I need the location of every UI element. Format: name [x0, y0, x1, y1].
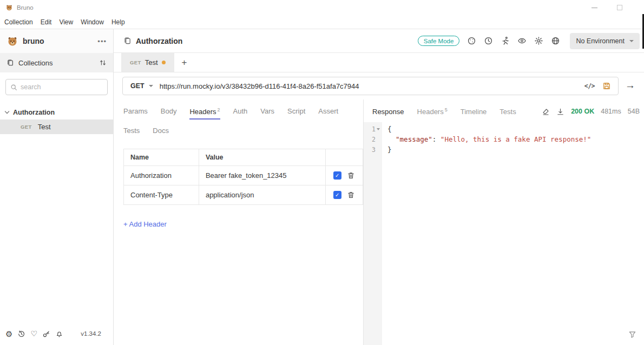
line-number: 2	[368, 136, 376, 143]
response-size: 54B	[628, 108, 640, 115]
headers-table: Name Value Authorization Bearer fake_tok…	[123, 149, 363, 205]
tab-test[interactable]: GET Test	[121, 53, 174, 72]
request-tab-headers[interactable]: Headers2	[189, 107, 220, 120]
menu-window[interactable]: Window	[81, 18, 104, 26]
globe-icon[interactable]	[551, 36, 560, 45]
collections-bar[interactable]: Collections	[0, 53, 113, 72]
code-line: {	[387, 124, 644, 134]
column-name: Name	[124, 149, 199, 166]
table-header-row: Name Value	[124, 149, 363, 166]
line-number: 1	[368, 125, 376, 133]
method-label: GET	[130, 82, 144, 90]
titlebar: Bruno	[0, 0, 644, 15]
method-dropdown[interactable]: GET	[123, 82, 160, 90]
heart-icon[interactable]: ♡	[30, 330, 37, 337]
trash-icon[interactable]	[347, 191, 355, 199]
window-controls	[592, 5, 622, 10]
response-meta: 200 OK 481ms 54B	[542, 108, 640, 116]
line-number: 3	[368, 146, 376, 154]
safe-mode-badge[interactable]: Safe Mode	[418, 36, 460, 46]
add-header-link[interactable]: + Add Header	[123, 220, 363, 228]
collections-label: Collections	[18, 59, 53, 67]
workspace-menu-icon[interactable]: •••	[97, 37, 107, 45]
menubar: Collection Edit View Window Help	[0, 15, 644, 29]
tab-name-label: Test	[145, 58, 158, 67]
response-time: 481ms	[601, 108, 621, 115]
column-controls	[325, 149, 363, 166]
table-row: Content-Type application/json	[124, 185, 363, 205]
clock-icon[interactable]	[484, 36, 493, 45]
url-bar: GET https://run.mocky.io/v3/38432b96-d11…	[122, 77, 619, 95]
workspace-header: bruno •••	[0, 29, 113, 53]
clear-response-icon[interactable]	[542, 108, 550, 116]
json-key: "message"	[396, 135, 432, 143]
search-input[interactable]	[21, 83, 108, 91]
status-badge: 200 OK	[571, 108, 594, 115]
main-content: Authorzation Safe Mode	[114, 29, 644, 345]
collection-doc-icon	[123, 37, 132, 45]
enable-checkbox[interactable]	[333, 171, 341, 180]
bell-icon[interactable]	[55, 330, 63, 338]
url-input[interactable]: https://run.mocky.io/v3/38432b96-d116-41…	[160, 82, 577, 90]
header-name-cell[interactable]: Content-Type	[124, 185, 199, 205]
enable-checkbox[interactable]	[333, 191, 341, 199]
header-value-cell[interactable]: application/json	[199, 185, 325, 205]
response-tabs: Response Headers5 Timeline Tests	[364, 107, 644, 116]
history-icon[interactable]	[17, 330, 25, 338]
download-icon[interactable]	[556, 108, 564, 116]
menu-help[interactable]: Help	[111, 18, 125, 26]
chevron-down-icon	[5, 109, 9, 113]
code-line: "message": "Hello, this is a fake API re…	[387, 134, 644, 144]
gear-icon[interactable]	[534, 36, 543, 45]
cookie-icon[interactable]	[467, 36, 476, 45]
save-icon[interactable]	[602, 82, 611, 90]
bruno-logo-icon	[5, 4, 13, 11]
menu-edit[interactable]: Edit	[41, 18, 52, 26]
trash-icon[interactable]	[347, 171, 355, 180]
response-body[interactable]: { "message": "Hello, this is a fake API …	[382, 122, 644, 345]
fold-caret-icon[interactable]	[376, 128, 381, 130]
code-icon[interactable]: </>	[584, 82, 595, 90]
request-tab-params[interactable]: Params	[123, 107, 148, 120]
sidebar-footer: ⚙ ♡	[0, 327, 113, 345]
header-name-cell[interactable]: Authorization	[124, 166, 199, 185]
maximize-icon[interactable]	[617, 5, 622, 10]
runner-icon[interactable]	[501, 36, 510, 45]
response-tab-headers[interactable]: Headers5	[417, 107, 448, 116]
request-tab-script[interactable]: Script	[287, 107, 305, 120]
request-method-label: GET	[21, 124, 32, 130]
code-line: }	[387, 144, 644, 155]
request-tab-body[interactable]: Body	[161, 107, 177, 120]
request-tab-assert[interactable]: Assert	[318, 107, 338, 120]
unsaved-dot-icon	[162, 61, 166, 64]
search-icon	[10, 84, 17, 91]
editor-gutter: 1 2 3	[364, 122, 382, 345]
menu-view[interactable]: View	[59, 18, 73, 26]
minimize-icon[interactable]	[592, 8, 597, 8]
response-tab-tests[interactable]: Tests	[500, 108, 516, 116]
request-item-selected[interactable]: GET Test	[0, 120, 113, 134]
request-tab-vars[interactable]: Vars	[260, 107, 274, 120]
send-request-button[interactable]: →	[623, 79, 638, 92]
headers-count-badge: 2	[218, 107, 220, 112]
response-tab-response[interactable]: Response	[372, 108, 404, 116]
new-tab-button[interactable]: +	[174, 53, 195, 72]
sort-icon[interactable]	[99, 59, 107, 67]
collection-name: Authorzation	[13, 109, 55, 116]
app-version: v1.34.2	[81, 330, 101, 337]
request-tab-auth[interactable]: Auth	[233, 107, 248, 120]
request-tab-docs[interactable]: Docs	[153, 127, 169, 135]
settings-icon[interactable]: ⚙	[5, 330, 12, 338]
key-icon[interactable]	[42, 330, 50, 338]
menu-collection[interactable]: Collection	[4, 18, 33, 26]
eye-icon[interactable]	[517, 36, 527, 45]
collection-item[interactable]: Authorzation	[0, 105, 113, 120]
collections-tree: Authorzation GET Test	[0, 105, 113, 134]
response-tab-timeline[interactable]: Timeline	[461, 108, 487, 116]
filter-icon[interactable]	[628, 330, 636, 339]
environment-selector[interactable]: No Environment	[570, 33, 640, 49]
header-value-cell[interactable]: Bearer fake_token_12345	[199, 166, 325, 185]
request-tab-tests[interactable]: Tests	[123, 127, 140, 135]
workspace-name: bruno	[23, 37, 44, 45]
chevron-down-icon	[629, 40, 634, 42]
